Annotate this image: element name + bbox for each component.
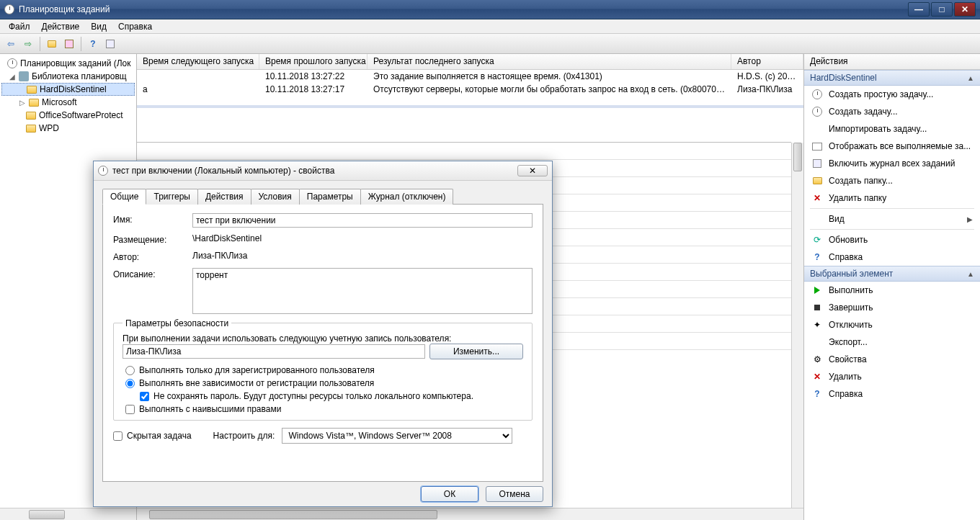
tree-item-label: HardDiskSentinel [40, 84, 107, 94]
action-enable-history[interactable]: Включить журнал всех заданий [804, 155, 980, 172]
action-create-basic[interactable]: Создать простую задачу... [804, 86, 980, 103]
action-show-running[interactable]: Отображать все выполняемые за... [804, 138, 980, 155]
tree-library[interactable]: ◢ Библиотека планировщ [1, 70, 135, 83]
actions-pane: Действия HardDiskSentinel▲ Создать прост… [804, 54, 980, 520]
name-label: Имя: [113, 213, 192, 225]
radio-any-user[interactable]: Выполнять вне зависимости от регистрации… [125, 378, 523, 388]
tree-item-label: OfficeSoftwareProtect [39, 110, 123, 120]
toolbar-btn-4[interactable] [102, 36, 118, 52]
close-button[interactable]: ✕ [954, 2, 976, 17]
action-view[interactable]: Вид▶ [804, 210, 980, 228]
tab-conditions[interactable]: Условия [251, 189, 300, 205]
forward-button[interactable]: ⇨ [20, 36, 36, 52]
table-row[interactable]: а 10.11.2018 13:27:17 Отсутствуют сервер… [137, 83, 803, 96]
author-label: Автор: [113, 251, 192, 262]
action-delete-folder[interactable]: ✕Удалить папку [804, 189, 980, 207]
radio-logged-on[interactable]: Выполнять только для зарегистрированного… [125, 365, 523, 375]
menu-help[interactable]: Справка [112, 20, 158, 33]
maximize-button[interactable]: □ [931, 2, 953, 17]
dialog-titlebar: тест при включении (Локальный компьютер)… [94, 161, 552, 181]
configure-for-label: Настроить для: [213, 431, 275, 441]
tab-history[interactable]: Журнал (отключен) [360, 189, 454, 205]
check-hidden[interactable]: Скрытая задача [113, 431, 192, 441]
dialog-icon [98, 166, 108, 176]
tree-hscroll[interactable] [0, 508, 136, 520]
location-value: \HardDiskSentinel [192, 233, 262, 243]
actions-title: Действия [804, 54, 980, 70]
action-new-folder[interactable]: Создать папку... [804, 172, 980, 189]
action-help[interactable]: ?Справка [804, 248, 980, 266]
when-running-label: При выполнении задачи использовать следу… [122, 333, 523, 344]
action-delete[interactable]: ✕Удалить [804, 368, 980, 385]
check-highest[interactable]: Выполнять с наивысшими правами [125, 404, 523, 414]
security-legend: Параметры безопасности [122, 318, 231, 328]
ok-button[interactable]: ОК [421, 486, 478, 502]
configure-for-select[interactable]: Windows Vista™, Windows Server™ 2008 [282, 428, 512, 444]
description-label: Описание: [113, 268, 192, 279]
tree-item-microsoft[interactable]: ▷ Microsoft [1, 96, 135, 109]
col-result[interactable]: Результат последнего запуска [368, 54, 731, 69]
name-input[interactable] [192, 213, 533, 228]
tree-item-hds[interactable]: HardDiskSentinel [1, 83, 135, 96]
action-end[interactable]: Завершить [804, 299, 980, 316]
author-value: Лиза-ПК\Лиза [192, 251, 247, 261]
tab-triggers[interactable]: Триггеры [146, 189, 198, 205]
minimize-button[interactable]: — [908, 2, 930, 17]
table-row[interactable]: 10.11.2018 13:27:22 Это задание выполняе… [137, 70, 803, 83]
cancel-button[interactable]: Отмена [486, 486, 543, 502]
action-create-task[interactable]: Создать задачу... [804, 103, 980, 120]
action-import[interactable]: Импортировать задачу... [804, 120, 980, 138]
properties-dialog: тест при включении (Локальный компьютер)… [93, 161, 553, 507]
tab-settings[interactable]: Параметры [299, 189, 361, 205]
window-title: Планировщик заданий [19, 4, 110, 14]
back-button[interactable]: ⇦ [3, 36, 19, 52]
menu-view[interactable]: Вид [85, 20, 112, 33]
action-properties[interactable]: ⚙Свойства [804, 351, 980, 368]
check-no-password[interactable]: Не сохранять пароль. Будут доступны ресу… [140, 391, 523, 401]
description-input[interactable]: торрент [192, 268, 533, 314]
menu-action[interactable]: Действие [36, 20, 86, 33]
account-input[interactable] [122, 344, 425, 359]
help-button[interactable]: ? [85, 36, 101, 52]
dialog-title: тест при включении (Локальный компьютер)… [112, 166, 334, 176]
action-export[interactable]: Экспорт... [804, 333, 980, 351]
task-table-header: Время следующего запуска Время прошлого … [137, 54, 803, 70]
tree-root[interactable]: Планировщик заданий (Лок [1, 57, 135, 70]
col-last[interactable]: Время прошлого запуска [259, 54, 368, 69]
detail-vscroll[interactable] [791, 143, 803, 508]
action-run[interactable]: Выполнить [804, 282, 980, 299]
col-author[interactable]: Автор [731, 54, 803, 69]
action-help2[interactable]: ?Справка [804, 385, 980, 403]
tab-actions[interactable]: Действия [197, 189, 251, 205]
menu-file[interactable]: Файл [3, 20, 36, 33]
tree-item-wpd[interactable]: WPD [1, 122, 135, 135]
dialog-tabs: Общие Триггеры Действия Условия Параметр… [102, 188, 543, 205]
toolbar-btn-2[interactable] [61, 36, 77, 52]
tab-general[interactable]: Общие [102, 189, 146, 205]
change-user-button[interactable]: Изменить... [429, 344, 523, 359]
tree-item-label: WPD [39, 123, 59, 133]
app-icon [4, 4, 14, 14]
action-disable[interactable]: ✦Отключить [804, 316, 980, 333]
toolbar-btn-1[interactable] [44, 36, 60, 52]
col-next[interactable]: Время следующего запуска [137, 54, 259, 69]
action-refresh[interactable]: ⟳Обновить [804, 231, 980, 248]
tree-item-osp[interactable]: OfficeSoftwareProtect [1, 109, 135, 122]
location-label: Размещение: [113, 233, 192, 245]
tree-library-label: Библиотека планировщ [32, 71, 127, 81]
detail-hscroll[interactable] [137, 508, 803, 520]
toolbar: ⇦ ⇨ ? [0, 34, 980, 54]
dialog-close-button[interactable]: ✕ [517, 165, 548, 176]
menubar: Файл Действие Вид Справка [0, 19, 980, 34]
tree-item-label: Microsoft [42, 97, 77, 107]
tree-root-label: Планировщик заданий (Лок [20, 58, 131, 68]
actions-section-hds[interactable]: HardDiskSentinel▲ [804, 70, 980, 86]
actions-section-selected[interactable]: Выбранный элемент▲ [804, 266, 980, 282]
